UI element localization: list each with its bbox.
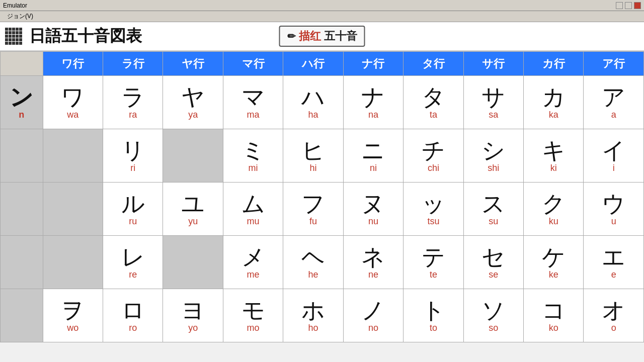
cell-r1-c6: チchi xyxy=(404,129,463,183)
cell-r2-c9: ウu xyxy=(584,183,644,236)
row-header-3 xyxy=(1,236,43,289)
table-row: ルruユyuムmuフfuヌnuッtsuスsuクkuウu xyxy=(1,183,644,236)
header-ya: ヤ行 xyxy=(163,52,223,76)
header-ta: タ行 xyxy=(404,52,463,76)
cell-r0-c1: ラra xyxy=(103,76,163,129)
cell-r4-c7: ソso xyxy=(463,289,523,342)
cell-r0-c0: ワwa xyxy=(43,76,103,129)
app-header: 日語五十音図表 ✏ 描红 五十音 xyxy=(0,22,644,51)
cell-r4-c1: ロro xyxy=(103,289,163,342)
cell-r3-c3: メme xyxy=(223,236,283,289)
header-ha: ハ行 xyxy=(283,52,343,76)
cell-r0-c4: ハha xyxy=(283,76,343,129)
cell-r1-c3: ミmi xyxy=(223,129,283,183)
cell-r0-c7: サsa xyxy=(463,76,523,129)
cell-r1-c0 xyxy=(43,129,103,183)
row-header-2 xyxy=(1,183,43,236)
row-header-4 xyxy=(1,289,43,342)
header-na: ナ行 xyxy=(343,52,403,76)
title-bar-text: Emulator xyxy=(3,2,27,9)
cell-r2-c2: ユyu xyxy=(163,183,223,236)
cell-r4-c3: モmo xyxy=(223,289,283,342)
header-a: ア行 xyxy=(584,52,644,76)
app-title-text: 日語五十音図表 xyxy=(29,25,142,47)
row-header-0: ンn xyxy=(1,76,43,129)
menu-item-jon[interactable]: ジョン(V) xyxy=(3,11,37,22)
pencil-icon: ✏ xyxy=(287,30,296,42)
app-title: 日語五十音図表 xyxy=(5,25,142,47)
header-ra: ラ行 xyxy=(103,52,163,76)
cell-r3-c0 xyxy=(43,236,103,289)
cell-r4-c8: コko xyxy=(524,289,584,342)
cell-r3-c1: レre xyxy=(103,236,163,289)
header-row: ワ行 ラ行 ヤ行 マ行 ハ行 ナ行 タ行 サ行 カ行 ア行 xyxy=(1,52,644,76)
cell-r2-c4: フfu xyxy=(283,183,343,236)
table-row: ンnワwaラraヤyaマmaハhaナnaタtaサsaカkaアa xyxy=(1,76,644,129)
cell-r1-c4: ヒhi xyxy=(283,129,343,183)
cell-r2-c3: ムmu xyxy=(223,183,283,236)
cell-r2-c5: ヌnu xyxy=(343,183,403,236)
cell-r0-c6: タta xyxy=(404,76,463,129)
table-row: レreメmeヘheネneテteセseケkeエe xyxy=(1,236,644,289)
title-bar: Emulator xyxy=(0,0,644,11)
cell-r4-c9: オo xyxy=(584,289,644,342)
table-row: リriミmiヒhiニniチchiシshiキkiイi xyxy=(1,129,644,183)
cell-r3-c7: セse xyxy=(463,236,523,289)
cell-r1-c2 xyxy=(163,129,223,183)
cell-r0-c9: アa xyxy=(584,76,644,129)
cell-r4-c4: ホho xyxy=(283,289,343,342)
cell-r3-c4: ヘhe xyxy=(283,236,343,289)
cell-r4-c6: トto xyxy=(404,289,463,342)
cell-r4-c5: ノno xyxy=(343,289,403,342)
row-header-1 xyxy=(1,129,43,183)
cell-r2-c1: ルru xyxy=(103,183,163,236)
cell-r3-c8: ケke xyxy=(524,236,584,289)
cell-r0-c8: カka xyxy=(524,76,584,129)
cell-r0-c3: マma xyxy=(223,76,283,129)
cell-r2-c8: クku xyxy=(524,183,584,236)
badge-miao: 描红 xyxy=(299,29,321,44)
cell-r0-c2: ヤya xyxy=(163,76,223,129)
cell-r1-c5: ニni xyxy=(343,129,403,183)
header-ka: カ行 xyxy=(524,52,584,76)
menu-bar: ジョン(V) xyxy=(0,11,644,22)
cell-r3-c5: ネne xyxy=(343,236,403,289)
header-empty xyxy=(1,52,43,76)
cell-r2-c6: ッtsu xyxy=(404,183,463,236)
header-sa: サ行 xyxy=(463,52,523,76)
cell-r1-c1: リri xyxy=(103,129,163,183)
cell-r4-c2: ヨyo xyxy=(163,289,223,342)
cell-r0-c5: ナna xyxy=(343,76,403,129)
cell-r2-c0 xyxy=(43,183,103,236)
header-ma: マ行 xyxy=(223,52,283,76)
header-wa: ワ行 xyxy=(43,52,103,76)
cell-r1-c7: シshi xyxy=(463,129,523,183)
cell-r2-c7: スsu xyxy=(463,183,523,236)
cell-r3-c6: テte xyxy=(404,236,463,289)
table-row: ヲwoロroヨyoモmoホhoノnoトtoソsoコkoオo xyxy=(1,289,644,342)
badge: ✏ 描红 五十音 xyxy=(279,26,365,47)
cell-r4-c0: ヲwo xyxy=(43,289,103,342)
cell-r1-c8: キki xyxy=(524,129,584,183)
cell-r3-c9: エe xyxy=(584,236,644,289)
table-container: ワ行 ラ行 ヤ行 マ行 ハ行 ナ行 タ行 サ行 カ行 ア行 ンnワwaラraヤy… xyxy=(0,51,644,342)
grid-icon xyxy=(5,28,22,45)
cell-r3-c2 xyxy=(163,236,223,289)
cell-r1-c9: イi xyxy=(584,129,644,183)
gojuon-table: ワ行 ラ行 ヤ行 マ行 ハ行 ナ行 タ行 サ行 カ行 ア行 ンnワwaラraヤy… xyxy=(0,51,644,342)
badge-gojuon: 五十音 xyxy=(324,29,357,44)
